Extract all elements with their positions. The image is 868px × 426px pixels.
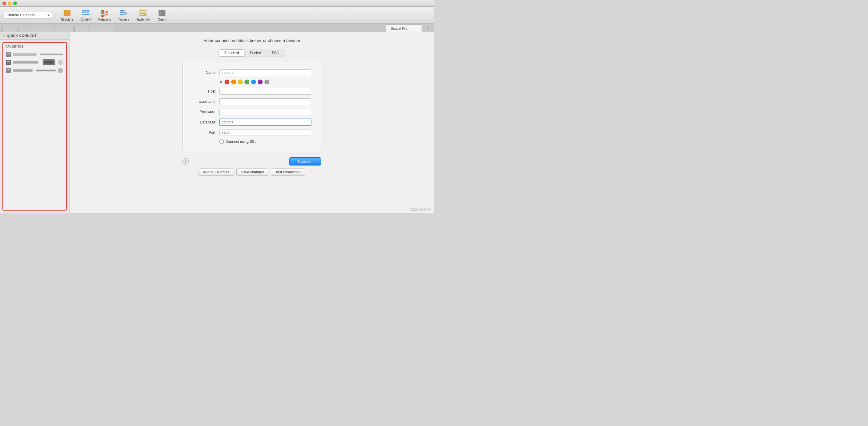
content-label: Content bbox=[81, 18, 91, 21]
test-connection-button[interactable]: Test connection bbox=[271, 169, 305, 176]
color-green[interactable] bbox=[245, 80, 249, 84]
svg-point-28 bbox=[7, 53, 10, 54]
help-button[interactable]: ? bbox=[182, 158, 189, 165]
fav-sub-bar bbox=[36, 69, 56, 72]
port-input[interactable] bbox=[219, 129, 311, 136]
svg-point-29 bbox=[7, 61, 10, 62]
database-row: Database: bbox=[192, 119, 311, 125]
svg-rect-25 bbox=[140, 14, 145, 15]
relations-label: Relations bbox=[98, 18, 111, 21]
svg-rect-1 bbox=[64, 13, 67, 16]
name-input[interactable] bbox=[219, 69, 311, 76]
svg-rect-23 bbox=[140, 11, 146, 12]
tab-add-button[interactable]: + bbox=[424, 25, 432, 32]
triggers-label: Triggers bbox=[118, 18, 129, 21]
toolbar: Choose Database... ▾ Structure bbox=[0, 7, 434, 24]
list-item[interactable] bbox=[5, 58, 64, 66]
list-item[interactable] bbox=[5, 66, 64, 75]
favorites-panel: FAVORITES bbox=[2, 42, 67, 210]
svg-rect-0 bbox=[64, 10, 67, 13]
toolbar-tableinfo[interactable]: Table Info bbox=[133, 7, 153, 22]
host-input[interactable] bbox=[219, 88, 311, 95]
svg-rect-7 bbox=[82, 16, 89, 16]
password-input[interactable] bbox=[219, 109, 311, 115]
username-input[interactable] bbox=[219, 98, 311, 105]
tab-ssh[interactable]: SSH bbox=[266, 49, 285, 57]
name-row: Name: bbox=[192, 69, 311, 76]
svg-rect-12 bbox=[101, 15, 104, 17]
color-options: ✖ bbox=[219, 80, 269, 84]
svg-rect-18 bbox=[120, 10, 125, 11]
quick-connect-header[interactable]: ✔ QUICK CONNECT bbox=[0, 32, 69, 40]
svg-line-15 bbox=[104, 11, 105, 12]
structure-label: Structure bbox=[61, 18, 73, 21]
tab-socket[interactable]: Socket bbox=[245, 49, 267, 57]
tab-title: Sequel Pro bbox=[391, 27, 407, 30]
tab-blur-6 bbox=[89, 26, 116, 32]
ssl-checkbox-label[interactable]: Connect using SSL bbox=[219, 140, 256, 144]
database-label: Database: bbox=[192, 120, 219, 124]
list-item[interactable] bbox=[5, 51, 64, 58]
maximize-button[interactable] bbox=[13, 1, 17, 5]
close-button[interactable] bbox=[2, 1, 6, 5]
svg-rect-19 bbox=[120, 12, 125, 13]
tableinfo-icon bbox=[139, 9, 147, 17]
action-buttons-row: Add to Favorites Save changes Test conne… bbox=[182, 169, 321, 176]
color-orange[interactable] bbox=[231, 80, 236, 84]
svg-rect-14 bbox=[105, 14, 108, 16]
ssl-label: Connect using SSL bbox=[225, 140, 256, 144]
svg-rect-10 bbox=[101, 10, 104, 12]
svg-rect-2 bbox=[67, 10, 70, 13]
database-input[interactable] bbox=[219, 119, 311, 125]
svg-rect-4 bbox=[82, 10, 89, 11]
watermark: CSDN @搞定君 bbox=[410, 207, 432, 212]
color-yellow[interactable] bbox=[238, 80, 243, 84]
fav-avatar bbox=[58, 60, 63, 65]
toolbar-structure[interactable]: Structure bbox=[58, 7, 76, 22]
connection-form-card: Name: ✖ Host: bbox=[182, 62, 321, 151]
port-label: Port: bbox=[192, 131, 219, 135]
toolbar-triggers[interactable]: Triggers bbox=[115, 7, 132, 22]
svg-line-17 bbox=[104, 15, 105, 16]
color-gray[interactable] bbox=[265, 80, 269, 84]
color-row: ✖ bbox=[192, 80, 311, 84]
bottom-row: ? Connect bbox=[182, 157, 321, 166]
add-to-favorites-button[interactable]: Add to Favorites bbox=[198, 169, 234, 176]
structure-icon bbox=[63, 9, 71, 17]
host-label: Host: bbox=[192, 89, 219, 93]
svg-marker-21 bbox=[125, 11, 128, 15]
svg-text:>_: >_ bbox=[160, 11, 163, 14]
ssl-checkbox[interactable] bbox=[219, 140, 224, 144]
toolbar-relations[interactable]: Relations bbox=[95, 7, 114, 22]
tab-standard[interactable]: Standard bbox=[219, 49, 245, 57]
tab-blur-3 bbox=[31, 26, 55, 32]
tabbar-scroll bbox=[2, 26, 116, 32]
svg-rect-20 bbox=[120, 14, 125, 15]
quick-connect-label: QUICK CONNECT bbox=[7, 34, 37, 37]
color-blue[interactable] bbox=[251, 80, 256, 84]
tab-blur-2 bbox=[18, 26, 30, 32]
toolbar-query[interactable]: >_ Query bbox=[154, 7, 170, 22]
host-row: Host: bbox=[192, 88, 311, 95]
toolbar-content[interactable]: Content bbox=[78, 7, 94, 22]
save-changes-button[interactable]: Save changes bbox=[236, 169, 268, 176]
minimize-button[interactable] bbox=[8, 1, 11, 5]
db-icon bbox=[6, 60, 11, 65]
fav-avatar bbox=[58, 68, 63, 73]
username-label: Username: bbox=[192, 100, 219, 104]
favorites-title: FAVORITES bbox=[5, 45, 64, 49]
connect-button[interactable]: Connect bbox=[289, 157, 321, 166]
fav-badge bbox=[42, 59, 55, 65]
color-red[interactable] bbox=[224, 80, 229, 84]
tab-sequel-pro[interactable]: Sequel Pro bbox=[385, 25, 422, 32]
tab-blur-4 bbox=[56, 26, 74, 32]
db-selector[interactable]: Choose Database... ▾ bbox=[4, 12, 52, 19]
query-label: Query bbox=[158, 18, 166, 21]
color-clear-button[interactable]: ✖ bbox=[219, 80, 223, 84]
main-area: ✔ QUICK CONNECT FAVORITES bbox=[0, 32, 434, 213]
connection-header: Enter connection details below, or choos… bbox=[204, 38, 300, 43]
fav-name-bar bbox=[13, 61, 38, 63]
color-purple[interactable] bbox=[258, 80, 262, 84]
query-icon: >_ bbox=[158, 9, 166, 17]
triggers-icon bbox=[119, 9, 128, 17]
